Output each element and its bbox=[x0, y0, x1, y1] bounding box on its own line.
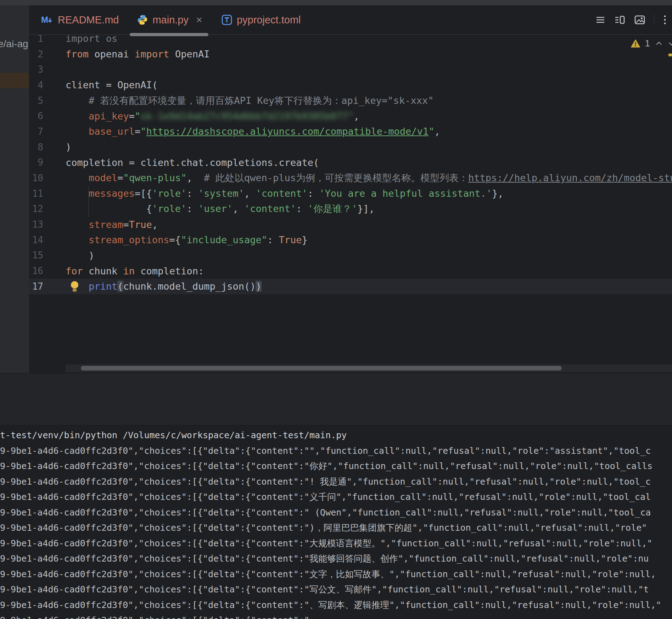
code-line: 8) bbox=[29, 139, 672, 155]
tab-readme-md[interactable]: M README.md bbox=[32, 5, 128, 34]
menu-icon[interactable] bbox=[595, 15, 606, 25]
indent-guide bbox=[88, 186, 89, 217]
line-number: 17 bbox=[29, 281, 66, 292]
console-output-line: 9-9be1-a4d6-cad0ffc2d3f0","choices":[{"d… bbox=[0, 458, 672, 474]
console-output-line: 9-9be1-a4d6-cad0ffc2d3f0","choices":[{"d… bbox=[0, 505, 672, 520]
console-output-line: 9-9be1-a4d6-cad0ffc2d3f0","choices":[{"d… bbox=[0, 597, 672, 613]
warning-count: 1 bbox=[645, 38, 650, 49]
line-number: 9 bbox=[29, 157, 66, 168]
console-output-line: 9-9be1-a4d6-cad0ffc2d3f0","choices":[{"d… bbox=[0, 443, 672, 459]
code-line: 2from openai import OpenAI bbox=[29, 46, 672, 62]
tab-pyproject-toml[interactable]: pyproject.toml bbox=[212, 5, 310, 34]
line-number: 11 bbox=[29, 188, 66, 199]
more-options-icon[interactable] bbox=[663, 14, 667, 26]
code-line: 14 stream_options={"include_usage": True… bbox=[29, 232, 672, 248]
code-line: 6 api_key="sk-1e9d14ab27c954d6bb7d2197b9… bbox=[29, 108, 672, 124]
line-number: 10 bbox=[29, 173, 66, 183]
image-preview-icon[interactable] bbox=[634, 15, 645, 25]
code-line: 10 model="qwen-plus", # 此处以qwen-plus为例，可… bbox=[29, 170, 672, 186]
warning-icon bbox=[631, 39, 640, 48]
close-icon[interactable] bbox=[195, 16, 203, 24]
structure-view-icon[interactable] bbox=[614, 15, 626, 25]
code-line: 16for chunk in completion: bbox=[29, 263, 672, 279]
line-number: 1 bbox=[29, 35, 66, 44]
markdown-icon: M bbox=[41, 15, 53, 24]
line-number: 8 bbox=[29, 142, 66, 152]
console-output-line: 9-9be1-a4d6-cad0ffc2d3f0","choices":[{"d… bbox=[0, 551, 672, 567]
tab-main-py[interactable]: main.py bbox=[128, 5, 212, 34]
project-tree-selected-row[interactable] bbox=[0, 73, 29, 88]
toolbar-divider bbox=[654, 15, 654, 25]
line-number: 3 bbox=[29, 64, 66, 75]
tab-label: main.py bbox=[152, 14, 189, 26]
line-number: 16 bbox=[29, 266, 66, 276]
chevron-down-icon[interactable] bbox=[668, 40, 672, 48]
editor-tab-bar: M README.md main.py bbox=[29, 5, 672, 35]
line-number: 7 bbox=[29, 126, 66, 137]
editor-hscrollbar-thumb[interactable] bbox=[81, 366, 562, 370]
console-command-line: t-test/venv/bin/python /Volumes/c/worksp… bbox=[0, 428, 672, 443]
inspections-widget[interactable]: 1 bbox=[631, 38, 672, 49]
console-lines: t-test/venv/bin/python /Volumes/c/worksp… bbox=[0, 428, 672, 619]
mid-panel bbox=[0, 373, 672, 425]
run-console[interactable]: t-test/venv/bin/python /Volumes/c/worksp… bbox=[0, 425, 672, 619]
console-output-line: 9-9be1-a4d6-cad0ffc2d3f0","choices":[{"d… bbox=[0, 567, 672, 582]
code-lines: 1import os2from openai import OpenAI34cl… bbox=[29, 35, 672, 294]
line-number: 15 bbox=[29, 250, 66, 261]
console-output-line: 9-9be1-a4d6-cad0ffc2d3f0","choices":[{"d… bbox=[0, 474, 672, 490]
title-bar bbox=[0, 0, 672, 5]
intention-bulb-icon[interactable] bbox=[71, 281, 78, 288]
code-line: 11 messages=[{'role': 'system', 'content… bbox=[29, 186, 672, 201]
python-icon bbox=[137, 15, 148, 25]
code-line: 17 print(chunk.model_dump_json()) bbox=[29, 279, 672, 294]
code-area[interactable]: 1import os2from openai import OpenAI34cl… bbox=[29, 35, 672, 373]
code-line: 7 base_url="https://dashscope.aliyuncs.c… bbox=[29, 124, 672, 139]
console-output-line: 9-9be1-a4d6-cad0ffc2d3f0","choices":[{"d… bbox=[0, 582, 672, 597]
code-line: 1import os bbox=[29, 35, 672, 46]
code-line: 13 stream=True, bbox=[29, 217, 672, 232]
code-line: 3 bbox=[29, 62, 672, 77]
toml-icon bbox=[222, 15, 232, 25]
code-line: 12 {'role': 'user', 'content': '你是谁？'}], bbox=[29, 201, 672, 217]
line-number: 14 bbox=[29, 235, 66, 245]
console-output-line: 9-9be1-a4d6-cad0ffc2d3f0","choices":[{"d… bbox=[0, 489, 672, 505]
line-number: 12 bbox=[29, 203, 66, 214]
line-number: 4 bbox=[29, 80, 66, 90]
code-line: 4client = OpenAI( bbox=[29, 77, 672, 93]
line-number: 5 bbox=[29, 95, 66, 106]
error-stripe-warning-mark[interactable] bbox=[668, 54, 672, 56]
chevron-up-icon[interactable] bbox=[655, 40, 663, 48]
tab-bar-actions bbox=[595, 14, 672, 26]
code-line: 5 # 若没有配置环境变量，请用百炼API Key将下行替换为：api_key=… bbox=[29, 93, 672, 108]
line-number: 2 bbox=[29, 49, 66, 60]
console-output-line: 9-9be1-a4d6-cad0ffc2d3f0","choices":[{"d… bbox=[0, 613, 672, 619]
project-sidebar[interactable]: e/ai-ag bbox=[0, 5, 29, 373]
console-output-line: 9-9be1-a4d6-cad0ffc2d3f0","choices":[{"d… bbox=[0, 520, 672, 536]
code-line: 9completion = client.chat.completions.cr… bbox=[29, 155, 672, 171]
line-number: 13 bbox=[29, 219, 66, 230]
console-output-line: 9-9be1-a4d6-cad0ffc2d3f0","choices":[{"d… bbox=[0, 536, 672, 551]
code-line: 15 ) bbox=[29, 248, 672, 263]
tab-label: pyproject.toml bbox=[237, 14, 301, 26]
project-path-label: e/ai-ag bbox=[0, 38, 28, 50]
line-number: 6 bbox=[29, 111, 66, 121]
tab-label: README.md bbox=[58, 14, 119, 26]
svg-text:M: M bbox=[41, 15, 48, 24]
editor-pane[interactable]: M README.md main.py bbox=[29, 5, 672, 373]
